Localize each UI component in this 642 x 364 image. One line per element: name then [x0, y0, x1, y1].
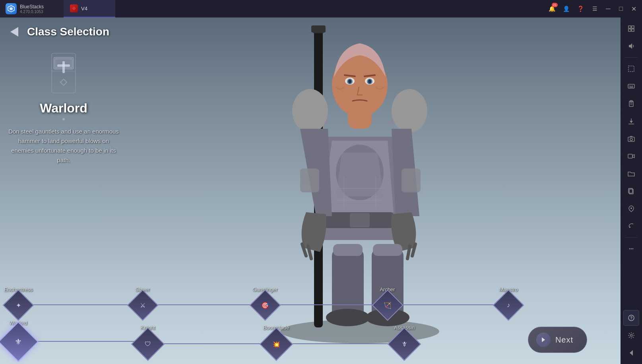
menu-icon[interactable]: ☰ [590, 4, 599, 13]
svg-rect-41 [632, 26, 634, 28]
svg-point-59 [630, 138, 632, 141]
bluestacks-tab[interactable]: BlueStacks 4.270.0.1053 [0, 0, 64, 17]
svg-rect-45 [628, 66, 634, 72]
more-icon[interactable] [623, 241, 639, 257]
svg-marker-1 [10, 7, 13, 10]
volume-icon[interactable] [623, 38, 639, 54]
archer-icon[interactable]: 🏹 [372, 289, 403, 321]
bluestacks-window: BlueStacks 4.270.0.1053 V4 🔔 21 👤 ❓ ☰ [0, 0, 642, 364]
title-bar-right: 🔔 21 👤 ❓ ☰ ─ □ ✕ [547, 4, 642, 13]
rotate-icon[interactable] [623, 218, 639, 234]
game-tab-icon [70, 4, 78, 12]
top-ui: Class Selection [6, 24, 109, 40]
game-viewport: Class Selection [0, 17, 621, 364]
svg-point-22 [368, 79, 371, 83]
download-icon[interactable] [623, 113, 639, 129]
class-dot-divider [62, 118, 65, 120]
svg-point-67 [631, 248, 632, 250]
subclass-assassin: Assassin 🗡 [392, 325, 416, 356]
slayer-icon[interactable]: ⚔ [127, 289, 158, 321]
title-bar-left: BlueStacks 4.270.0.1053 V4 [0, 0, 115, 17]
boomblade-icon-btn[interactable]: 💥 [259, 327, 293, 361]
expand-icon[interactable] [623, 21, 639, 37]
svg-point-21 [348, 79, 351, 83]
class-info-panel: Warlord Don steel gauntlets and use an e… [0, 41, 127, 173]
warlord-icon-btn[interactable]: ⚜ [0, 321, 39, 362]
sidebar-separator-2 [625, 237, 637, 238]
subclass-selector-row: Warlord ⚜ Knight 🛡 [4, 320, 520, 356]
svg-point-66 [629, 248, 630, 250]
svg-marker-61 [632, 155, 634, 158]
help-icon[interactable]: ? [623, 310, 639, 326]
main-area: Class Selection [0, 17, 642, 364]
back-button[interactable] [6, 24, 22, 40]
svg-point-64 [630, 207, 632, 209]
svg-rect-42 [628, 29, 631, 31]
svg-rect-12 [350, 213, 370, 227]
notifications-icon[interactable]: 🔔 21 [547, 4, 556, 13]
class-group-archer: Archer 🏹 [376, 287, 399, 316]
class-selection-title: Class Selection [27, 25, 109, 38]
svg-rect-36 [57, 64, 70, 67]
keyboard-icon[interactable] [623, 78, 639, 94]
svg-rect-28 [401, 168, 421, 192]
svg-rect-43 [632, 29, 634, 31]
title-bar: BlueStacks 4.270.0.1053 V4 🔔 21 👤 ❓ ☰ [0, 0, 642, 17]
folder-icon[interactable] [623, 166, 639, 182]
svg-rect-46 [628, 84, 634, 88]
selected-class-description: Don steel gauntlets and use an enormous … [8, 127, 119, 165]
screenshot-region-icon[interactable] [623, 61, 639, 77]
back-nav-icon[interactable] [623, 345, 639, 361]
class-selector: Enchantress ✦ Slayer ⚔ [0, 269, 599, 364]
svg-rect-40 [628, 26, 631, 28]
sidebar-separator-1 [625, 57, 637, 58]
copy-icon[interactable] [623, 183, 639, 199]
subclass-knight: Knight 🛡 [136, 325, 160, 356]
svg-rect-5 [311, 25, 326, 33]
svg-text:?: ? [630, 316, 632, 320]
bluestacks-logo [6, 3, 17, 14]
camera-icon[interactable] [623, 131, 639, 147]
class-group-gunslinger: Gunslinger 🎯 [252, 287, 277, 316]
settings-icon[interactable] [623, 327, 639, 343]
selected-class-name: Warlord [8, 101, 119, 116]
subclass-boomblade: Boomblade 💥 [263, 325, 289, 356]
game-tab[interactable]: V4 [64, 0, 115, 17]
svg-point-68 [632, 248, 634, 250]
svg-point-13 [292, 89, 328, 133]
subclass-warlord: Warlord ⚜ [4, 320, 33, 356]
bluestacks-title: BlueStacks [20, 4, 44, 10]
right-sidebar: ? [621, 17, 642, 364]
assassin-icon-btn[interactable]: 🗡 [388, 327, 421, 361]
next-button-label: Next [555, 335, 573, 345]
maestro-icon[interactable]: ♪ [493, 289, 524, 321]
notifications-badge: 21 [552, 3, 558, 7]
video-icon[interactable] [623, 148, 639, 164]
clipboard-icon[interactable] [623, 96, 639, 112]
maximize-button[interactable]: □ [617, 5, 625, 12]
next-arrow-icon [536, 333, 551, 347]
help-title-icon[interactable]: ❓ [576, 4, 585, 13]
svg-point-14 [392, 89, 427, 133]
svg-marker-72 [630, 350, 633, 356]
minimize-button[interactable]: ─ [605, 5, 612, 12]
svg-marker-37 [60, 79, 67, 85]
svg-marker-39 [542, 337, 545, 342]
gunslinger-icon[interactable]: 🎯 [249, 289, 281, 321]
location-icon[interactable] [623, 201, 639, 217]
account-icon[interactable]: 👤 [562, 4, 570, 13]
svg-marker-31 [10, 27, 18, 37]
class-emblem [40, 49, 87, 97]
next-button[interactable]: Next [528, 327, 587, 353]
enchantress-icon[interactable]: ✦ [3, 289, 34, 321]
knight-icon-btn[interactable]: 🛡 [131, 327, 165, 361]
class-group-slayer: Slayer ⚔ [132, 287, 154, 316]
svg-rect-27 [300, 168, 319, 192]
svg-rect-29 [333, 244, 363, 256]
svg-marker-56 [630, 121, 633, 123]
svg-marker-44 [629, 43, 632, 49]
class-group-maestro: Maestro ♪ [497, 287, 520, 316]
svg-rect-60 [628, 154, 632, 158]
close-button[interactable]: ✕ [630, 5, 637, 12]
svg-rect-30 [373, 244, 402, 256]
